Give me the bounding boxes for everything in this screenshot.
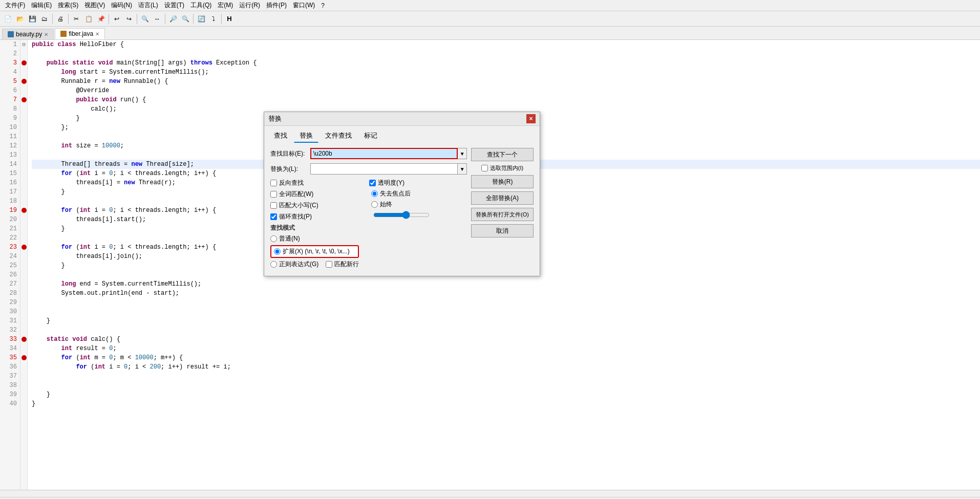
dialog-tab-mark[interactable]: 标记 [358, 129, 383, 143]
tab-beauty-py[interactable]: beauty.py ✕ [2, 29, 54, 39]
toolbar-undo[interactable]: ↩ [111, 13, 122, 25]
menu-search[interactable]: 搜索(S) [55, 1, 81, 10]
toolbar-sync[interactable]: 🔄 [196, 13, 207, 25]
toolbar-redo[interactable]: ↪ [123, 13, 135, 25]
ln-39: 39 [3, 390, 17, 399]
mode-extended-radio[interactable] [274, 248, 281, 255]
match-newline-checkbox[interactable] [326, 261, 332, 268]
ln-30: 30 [3, 307, 17, 316]
toolbar-wrap[interactable]: ⤵ [208, 13, 219, 25]
tab-close-fiber[interactable]: ✕ [95, 31, 99, 37]
ln-38: 38 [3, 381, 17, 390]
menu-help[interactable]: ? [318, 2, 328, 10]
ln-22: 22 [3, 233, 17, 243]
cancel-button[interactable]: 取消 [471, 224, 534, 237]
sep5 [165, 14, 165, 24]
code-line-2 [32, 49, 980, 58]
sep6 [193, 14, 194, 24]
transparency-always-label: 始终 [380, 200, 392, 209]
toolbar-copy[interactable]: 📋 [83, 13, 94, 25]
menu-tools[interactable]: 工具(Q) [187, 1, 215, 10]
hscrollbar[interactable] [0, 490, 980, 497]
menu-file[interactable]: 文件(F) [2, 1, 28, 10]
ln-31: 31 [3, 316, 17, 326]
tab-fiber-java[interactable]: fiber.java ✕ [55, 28, 105, 39]
tab-label-beauty: beauty.py [16, 31, 42, 38]
menu-edit[interactable]: 编辑(E) [28, 1, 55, 10]
match-newline-label: 匹配新行 [334, 260, 359, 269]
reverse-find-checkbox[interactable] [270, 180, 277, 186]
toolbar-replace[interactable]: ↔ [152, 13, 163, 25]
menu-lang[interactable]: 语言(L) [135, 1, 161, 10]
replace-in-files-button[interactable]: 替换所有打开文件(O) [471, 208, 534, 221]
code-line-37 [32, 372, 980, 381]
toolbar-open[interactable]: 📂 [14, 13, 26, 25]
menu-settings[interactable]: 设置(T) [161, 1, 187, 10]
toolbar-save[interactable]: 💾 [27, 13, 38, 25]
replace-input-arrow[interactable]: ▼ [458, 163, 467, 175]
transparency-always-radio[interactable] [371, 201, 378, 208]
ln-21: 21 [3, 224, 17, 233]
find-input[interactable] [310, 148, 458, 159]
ln-18: 18 [3, 197, 17, 206]
toolbar-print[interactable]: 🖨 [55, 13, 66, 25]
transparency-checkbox[interactable] [369, 180, 376, 186]
toolbar-zoom-out[interactable]: 🔍 [180, 13, 191, 25]
menu-window[interactable]: 窗口(W) [290, 1, 318, 10]
ln-29: 29 [3, 298, 17, 307]
search-mode-label: 查找模式 [270, 224, 359, 232]
mode-regex-radio[interactable] [270, 261, 277, 268]
menu-plugins[interactable]: 插件(P) [263, 1, 290, 10]
reverse-find-label: 反向查找 [279, 179, 304, 187]
toolbar-save-all[interactable]: 🗂 [39, 13, 50, 25]
transparency-focus-radio[interactable] [371, 190, 378, 197]
ln-8: 8 [3, 104, 17, 114]
toolbar-cut[interactable]: ✂ [71, 13, 82, 25]
ln-26: 26 [3, 270, 17, 279]
find-input-arrow[interactable]: ▼ [458, 148, 467, 159]
tab-icon-py [8, 31, 14, 37]
menu-run[interactable]: 运行(R) [236, 1, 263, 10]
select-range-cb[interactable] [481, 165, 488, 171]
code-line-30 [32, 307, 980, 316]
dialog-tab-find[interactable]: 查找 [268, 129, 293, 143]
replace-button[interactable]: 替换(R) [471, 175, 534, 188]
editor-area: 1 2 3 4 5 6 7 8 9 10 11 12 13 14 15 16 1… [0, 40, 980, 490]
whole-word-checkbox[interactable] [270, 191, 277, 198]
code-line-7: public void run() { [32, 95, 980, 104]
dialog-tab-findfiles[interactable]: 文件查找 [319, 129, 357, 143]
replace-input[interactable] [310, 163, 458, 175]
menu-encode[interactable]: 编码(N) [108, 1, 135, 10]
code-line-29 [32, 298, 980, 307]
menu-macro[interactable]: 宏(M) [215, 1, 236, 10]
toolbar-find[interactable]: 🔍 [139, 13, 151, 25]
mode-regex-label: 正则表达式(G) [279, 260, 318, 269]
ln-34: 34 [3, 344, 17, 353]
dialog-close-button[interactable]: × [526, 114, 536, 123]
code-line-31: } [32, 316, 980, 326]
menubar: 文件(F) 编辑(E) 搜索(S) 视图(V) 编码(N) 语言(L) 设置(T… [0, 0, 980, 11]
match-case-checkbox[interactable] [270, 202, 277, 209]
wrap-around-checkbox[interactable] [270, 213, 277, 220]
dialog-tab-replace[interactable]: 替换 [294, 129, 318, 143]
tab-label-fiber: fiber.java [69, 30, 93, 37]
mode-normal-label: 普通(N) [279, 234, 300, 243]
sep3 [109, 14, 109, 24]
menu-view[interactable]: 视图(V) [81, 1, 108, 10]
ln-13: 13 [3, 150, 17, 160]
replace-all-button[interactable]: 全部替换(A) [471, 191, 534, 205]
find-next-button[interactable]: 查找下一个 [471, 148, 534, 161]
ln-14: 14 [3, 160, 17, 169]
toolbar-zoom-in[interactable]: 🔎 [167, 13, 179, 25]
toolbar-new[interactable]: 📄 [2, 13, 13, 25]
code-line-35: for (int m = 0; m < 10000; m++) { [32, 353, 980, 362]
toolbar-paste[interactable]: 📌 [95, 13, 106, 25]
tab-close-beauty[interactable]: ✕ [44, 32, 48, 37]
sep4 [137, 14, 137, 24]
toolbar-macro[interactable]: H [224, 13, 235, 25]
transparency-slider[interactable] [373, 211, 430, 219]
ln-40: 40 [3, 399, 17, 408]
wrap-around-label: 循环查找(P) [279, 212, 312, 221]
gutter: ⊟ [20, 40, 28, 490]
mode-normal-radio[interactable] [270, 235, 277, 242]
